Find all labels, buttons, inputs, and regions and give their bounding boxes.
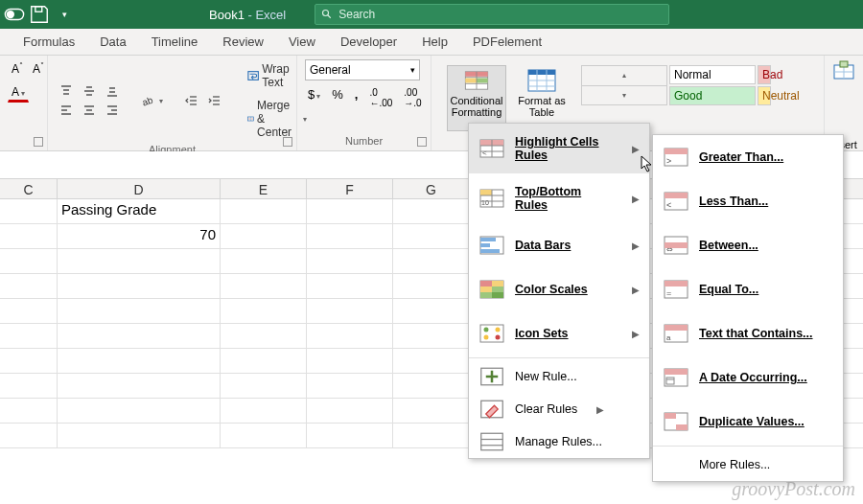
insert-cells-icon[interactable] [832,59,855,80]
svg-point-3 [323,11,329,16]
autosave-toggle[interactable] [4,4,25,25]
menu-iconsets-label: Icon Sets [515,327,613,340]
svg-rect-36 [477,79,488,83]
search-placeholder: Search [338,8,375,21]
tab-help[interactable]: Help [422,34,448,49]
menu-highlight-label: Highlight Cells Rules [515,135,613,162]
orientation-icon[interactable]: ab [136,91,168,110]
col-header-c[interactable]: C [0,179,58,198]
percent-format-icon[interactable]: % [329,86,346,109]
format-as-table-label: Format as Table [515,95,569,118]
menu-contains-label: Text that Contains... [699,327,833,340]
decrease-font-icon[interactable]: A˅ [29,59,48,78]
svg-point-1 [7,11,14,18]
menu-between-label: Between... [699,239,833,252]
alignment-dialog-launcher[interactable] [283,137,292,147]
style-bad[interactable]: Bad [758,65,771,84]
tab-review[interactable]: Review [222,34,264,49]
quick-access-toolbar: ▾ [4,4,75,25]
comma-format-icon[interactable]: , [352,86,362,109]
menu-data-bars[interactable]: Data Bars ▶ [469,223,649,267]
increase-font-icon[interactable]: A˄ [8,59,27,78]
number-dialog-launcher[interactable] [417,137,427,147]
svg-text:<: < [482,149,487,157]
svg-rect-105 [665,413,676,419]
svg-rect-2 [35,7,42,12]
svg-rect-41 [528,70,555,75]
menu-manage-rules[interactable]: Manage Rules... [469,425,649,458]
increase-decimal-icon[interactable]: .0←.00 [366,86,395,109]
menu-greater-than[interactable]: > Greater Than... [653,135,843,179]
menu-color-scales[interactable]: Color Scales ▶ [469,267,649,311]
svg-rect-98 [665,325,688,331]
svg-rect-95 [665,281,688,286]
menu-clear-rules[interactable]: Clear Rules ▶ [469,393,649,425]
menu-between[interactable]: ⇔ Between... [653,223,843,267]
chevron-right-icon: ▶ [632,194,640,204]
menu-date-occurring[interactable]: A Date Occurring... [653,355,843,400]
accounting-format-icon[interactable]: $ [305,86,323,109]
menu-greater-label: Greater Than... [699,150,833,164]
tab-developer[interactable]: Developer [340,34,397,49]
decrease-decimal-icon[interactable]: .00→.0 [401,86,424,109]
tab-formulas[interactable]: Formulas [23,34,75,49]
col-header-g[interactable]: G [393,179,470,198]
menu-less-than[interactable]: < Less Than... [653,179,843,223]
tab-timeline[interactable]: Timeline [152,34,198,49]
chevron-right-icon: ▶ [596,404,604,415]
tab-view[interactable]: View [289,34,315,49]
chevron-right-icon: ▶ [632,241,640,251]
svg-text:>: > [666,156,671,166]
style-normal[interactable]: Normal [669,65,756,84]
menu-icon-sets[interactable]: Icon Sets ▶ [469,311,649,355]
menu-more-rules[interactable]: More Rules... [653,448,843,481]
align-bottom-icon[interactable] [102,82,123,100]
tab-pdfelement[interactable]: PDFelement [473,34,542,49]
window-title: Book1 - Excel [209,8,286,22]
cell-d1[interactable]: Passing Grade [58,199,221,223]
chevron-right-icon: ▶ [632,144,640,154]
svg-text:<: < [666,200,671,210]
col-header-d[interactable]: D [58,179,221,198]
col-header-e[interactable]: E [221,179,307,198]
font-group-partial: A˄ A˅ A [0,56,48,150]
conditional-formatting-menu: < Highlight Cells Rules ▶ 10 Top/Bottom … [468,123,650,459]
mouse-cursor-icon [641,155,654,172]
format-as-table-button[interactable]: Format as Table▾ [512,65,571,131]
menu-highlight-cells-rules[interactable]: < Highlight Cells Rules ▶ [469,124,649,173]
menu-new-rule[interactable]: New Rule... [469,360,649,393]
conditional-formatting-button[interactable]: Conditional Formatting▾ [447,65,506,131]
align-right-icon[interactable] [102,102,123,119]
menu-equal-to[interactable]: = Equal To... [653,267,843,311]
chevron-right-icon: ▶ [632,285,640,295]
style-neutral[interactable]: Neutral [758,86,771,105]
font-color-icon[interactable]: A [8,83,29,103]
number-format-combo[interactable]: General▾ [305,59,420,80]
menu-manage-label: Manage Rules... [515,435,602,448]
title-bar: ▾ Book1 - Excel Search [0,0,863,29]
save-icon[interactable] [29,4,50,25]
align-top-icon[interactable] [56,82,77,100]
svg-rect-86 [665,149,688,154]
menu-duplicate-values[interactable]: Duplicate Values... [653,400,843,444]
svg-text:10: 10 [481,199,489,206]
decrease-indent-icon[interactable] [181,92,202,109]
font-dialog-launcher[interactable] [34,137,43,147]
align-center-icon[interactable] [79,102,100,119]
col-header-f[interactable]: F [307,179,393,198]
align-middle-icon[interactable] [79,82,100,100]
cell-d2[interactable]: 70 [58,224,221,248]
svg-rect-67 [480,281,492,286]
increase-indent-icon[interactable] [204,92,225,109]
number-group-label: Number [305,133,423,150]
style-gallery-scroll[interactable]: ▴▾ [581,65,667,105]
search-box[interactable]: Search [315,4,669,25]
conditional-formatting-label: Conditional Formatting [450,95,503,118]
menu-text-contains[interactable]: a Text that Contains... [653,311,843,355]
align-left-icon[interactable] [56,102,77,119]
tab-data[interactable]: Data [100,34,126,49]
qat-dropdown[interactable]: ▾ [54,4,75,25]
style-good[interactable]: Good [669,86,756,105]
svg-rect-102 [666,378,674,384]
menu-top-bottom-rules[interactable]: 10 Top/Bottom Rules ▶ [469,173,649,223]
